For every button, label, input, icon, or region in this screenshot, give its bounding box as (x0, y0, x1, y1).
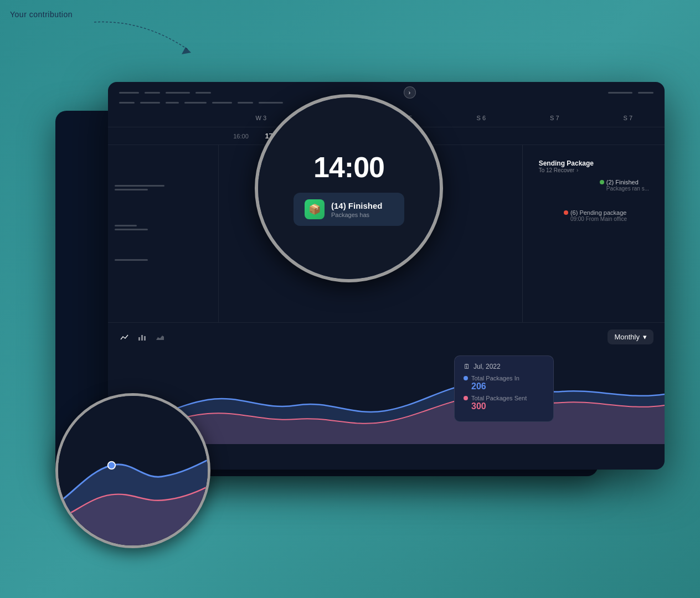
sidebar-block-1 (115, 185, 212, 190)
nav-pill (119, 102, 135, 104)
event-pending-title: (6) Pending package (570, 209, 627, 216)
event-finished-sub: Packages ran s... (606, 185, 649, 192)
event-finished-title: (2) Finished (606, 179, 639, 185)
arrow-annotation (89, 17, 210, 61)
tooltip-total-in: Total Packages In 206 (464, 375, 544, 391)
event-sending-package[interactable]: Sending Package To 12 Recover › (534, 156, 598, 177)
dot-blue (464, 376, 468, 380)
tooltip-in-value: 206 (471, 382, 544, 391)
nav-pill (195, 92, 211, 94)
contribution-label: Your contribution (10, 10, 73, 19)
line-chart-icon[interactable] (119, 332, 130, 343)
sidebar-bar (115, 225, 137, 226)
tooltip-in-label: Total Packages In (464, 375, 544, 382)
svg-rect-2 (141, 335, 143, 341)
dot-pink (464, 396, 468, 400)
nav-forward-button[interactable]: › (404, 86, 416, 99)
sidebar-bar (115, 229, 148, 230)
calendar-icon: 🗓 (464, 363, 470, 370)
chart-icon-group (119, 332, 166, 343)
analytics-toolbar: Monthly ▾ (108, 323, 665, 351)
event-arrow-icon: › (577, 167, 578, 173)
nav-pill (212, 102, 232, 104)
magnified-event-card[interactable]: 📦 (14) Finished Packages has (294, 193, 404, 226)
bar-chart-icon[interactable] (137, 332, 148, 343)
chevron-down-icon: ▾ (643, 333, 647, 341)
nav-pill (166, 92, 190, 94)
tooltip-date-value: Jul, 2022 (473, 363, 501, 370)
svg-marker-0 (182, 47, 191, 54)
calendar-sidebar (108, 145, 219, 322)
day-header-s6: S 6 (445, 112, 518, 123)
sidebar-block-2 (115, 225, 212, 230)
magnifier-large-inner: 14:00 📦 (14) Finished Packages has (258, 97, 440, 279)
vertical-separator (522, 145, 523, 322)
magnified-event-icon: 📦 (305, 199, 325, 219)
magnifier-large: 14:00 📦 (14) Finished Packages has (255, 94, 443, 282)
nav-pill (238, 102, 253, 104)
magnifier-small (55, 393, 210, 548)
sidebar-bar (115, 259, 148, 261)
period-label: Monthly (614, 333, 640, 341)
tooltip-total-sent: Total Packages Sent 300 (464, 395, 544, 411)
nav-pill (119, 92, 139, 94)
magnified-event-info: (14) Finished Packages has (331, 201, 383, 218)
pending-dot (564, 210, 568, 215)
day-header-s7b: S 7 (591, 112, 665, 123)
nav-row-1: › (119, 86, 653, 99)
magnified-event-title: (14) Finished (331, 201, 383, 210)
sidebar-bar (115, 185, 164, 187)
event-pending-package[interactable]: (6) Pending package 09:00 From Main offi… (559, 206, 631, 225)
nav-pill (166, 102, 179, 104)
magnified-time: 14:00 (313, 151, 384, 184)
nav-pill (638, 92, 653, 94)
event-subtitle: To 12 Recover (539, 167, 574, 173)
finished-dot (600, 180, 604, 184)
nav-pill (145, 92, 160, 94)
svg-point-6 (108, 462, 116, 470)
nav-pill (184, 102, 207, 104)
tooltip-date: 🗓 Jul, 2022 (464, 363, 544, 370)
nav-pill (140, 102, 160, 104)
event-pending-sub: 09:00 From Main office (570, 216, 627, 222)
sidebar-block-3 (115, 259, 212, 261)
small-mag-chart-svg (58, 396, 208, 545)
magnifier-small-inner (58, 396, 208, 545)
svg-rect-1 (138, 337, 140, 341)
nav-pill (259, 102, 283, 104)
area-chart-icon[interactable] (155, 332, 166, 343)
event-finished-small[interactable]: (2) Finished Packages ran s... (595, 176, 653, 195)
nav-pill (608, 92, 632, 94)
event-title: Sending Package (539, 159, 594, 167)
magnified-event-sub: Packages has (331, 212, 383, 218)
sidebar-bar (115, 189, 148, 190)
day-header-s7a: S 7 (518, 112, 591, 123)
svg-rect-3 (144, 336, 146, 341)
tooltip-sent-label: Total Packages Sent (464, 395, 544, 401)
period-dropdown[interactable]: Monthly ▾ (608, 329, 653, 344)
time-1600: 16:00 (224, 133, 258, 140)
chart-tooltip: 🗓 Jul, 2022 Total Packages In 206 Total … (454, 355, 554, 422)
tooltip-sent-value: 300 (471, 401, 544, 411)
